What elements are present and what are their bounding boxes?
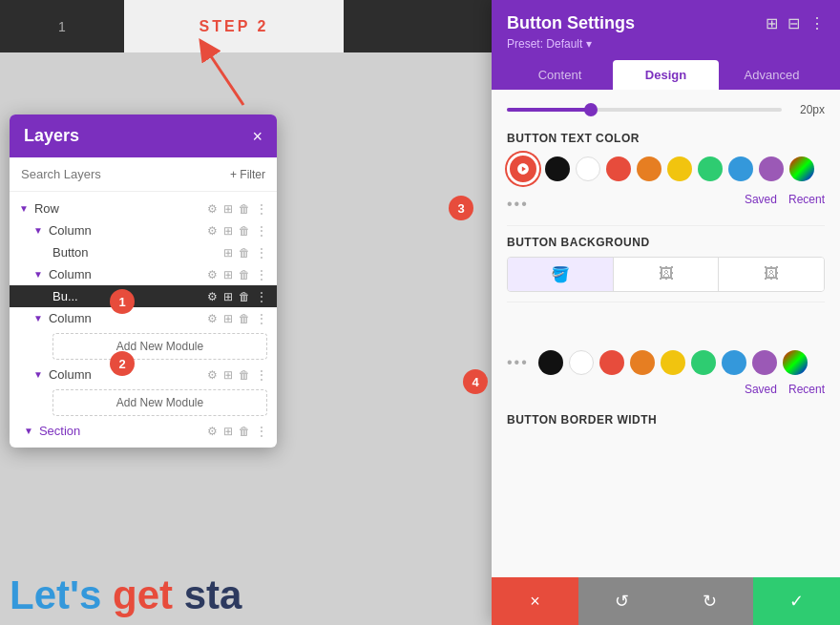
recent-label[interactable]: Recent <box>788 193 825 206</box>
settings-footer: × ↺ ↻ ✓ <box>492 577 840 625</box>
color-swatch-green-2[interactable] <box>691 350 716 375</box>
color-swatch-blue-2[interactable] <box>722 350 746 375</box>
add-new-module-button-2[interactable]: Add New Module <box>52 389 267 416</box>
layers-search-input[interactable] <box>21 167 222 181</box>
gear-icon[interactable]: ⚙ <box>207 202 218 216</box>
delete-icon[interactable]: 🗑 <box>239 268 250 281</box>
slider-track[interactable] <box>507 108 782 112</box>
image-icon: 🖼 <box>764 265 779 281</box>
layers-search-bar: + Filter <box>10 157 277 192</box>
bg-tab-gradient[interactable]: 🖼 <box>614 258 720 291</box>
gear-icon[interactable]: ⚙ <box>207 268 218 281</box>
settings-title-row: Button Settings ⊞ ⊟ ⋮ <box>507 13 825 33</box>
layers-panel: Layers × + Filter ▼ Row ⚙ ⊞ 🗑 ⋮ ▼ Column… <box>10 115 277 448</box>
color-swatch-orange[interactable] <box>637 156 662 181</box>
more-icon[interactable]: ⋮ <box>256 268 267 281</box>
reset-button[interactable]: ↺ <box>578 577 665 625</box>
expand-icon[interactable]: ⊞ <box>766 14 778 32</box>
layer-action-icons: ⚙ ⊞ 🗑 ⋮ <box>207 202 267 216</box>
redo-button[interactable]: ↻ <box>666 577 753 625</box>
delete-icon[interactable]: 🗑 <box>239 202 250 216</box>
more-icon[interactable]: ⋮ <box>256 246 267 260</box>
more-icon[interactable]: ⋮ <box>256 312 267 325</box>
filter-button[interactable]: + Filter <box>230 168 265 181</box>
color-swatch-green[interactable] <box>698 156 723 181</box>
bg-tab-image[interactable]: 🖼 <box>719 258 824 291</box>
tab-advanced[interactable]: Advanced <box>719 60 825 90</box>
more-icon[interactable]: ⋮ <box>256 368 267 382</box>
color-swatch-purple[interactable] <box>759 156 784 181</box>
gear-icon[interactable]: ⚙ <box>207 425 218 438</box>
add-new-module-button-1[interactable]: Add New Module <box>52 333 267 360</box>
layer-row-column2[interactable]: ▼ Column ⚙ ⊞ 🗑 ⋮ <box>10 263 277 285</box>
delete-icon[interactable]: 🗑 <box>239 425 250 438</box>
recent-label-2[interactable]: Recent <box>788 383 825 396</box>
layer-row-section[interactable]: ▼ Section ⚙ ⊞ 🗑 ⋮ <box>10 420 277 442</box>
layer-row-row[interactable]: ▼ Row ⚙ ⊞ 🗑 ⋮ <box>10 198 277 219</box>
delete-icon[interactable]: 🗑 <box>239 246 250 260</box>
color-swatch-purple-2[interactable] <box>752 350 777 375</box>
save-button[interactable]: ✓ <box>753 577 840 625</box>
color-swatch-blue[interactable] <box>728 156 753 181</box>
copy-icon[interactable]: ⊞ <box>223 268 233 281</box>
more-options-icon[interactable]: ⋮ <box>809 14 825 32</box>
color-swatch-red-2[interactable] <box>599 350 624 375</box>
layer-row-column3[interactable]: ▼ Column ⚙ ⊞ 🗑 ⋮ <box>10 307 277 329</box>
cancel-button[interactable]: × <box>492 577 578 625</box>
color-swatch-black[interactable] <box>545 156 570 181</box>
lets-text: Let's <box>10 573 113 617</box>
color-picker-button[interactable] <box>507 153 539 185</box>
color-swatch-white-2[interactable] <box>569 350 594 375</box>
copy-icon[interactable]: ⊞ <box>223 246 233 260</box>
color-swatch-black-2[interactable] <box>538 350 563 375</box>
tab-content[interactable]: Content <box>507 60 613 90</box>
more-icon[interactable]: ⋮ <box>256 425 267 438</box>
copy-icon[interactable]: ⊞ <box>223 312 233 325</box>
saved-label-2[interactable]: Saved <box>745 383 777 396</box>
copy-icon[interactable]: ⊞ <box>223 368 233 382</box>
tab-design[interactable]: Design <box>613 60 719 90</box>
button-text-color-label: Button Text Color <box>507 132 825 145</box>
saved-recent-row: Saved Recent <box>745 193 825 206</box>
layers-close-button[interactable]: × <box>252 128 262 145</box>
layer-row-button1[interactable]: Button ⊞ 🗑 ⋮ <box>10 241 277 263</box>
step-badge-3: 3 <box>449 196 473 220</box>
copy-icon[interactable]: ⊞ <box>223 425 233 438</box>
layer-row-column4[interactable]: ▼ Column ⚙ ⊞ 🗑 ⋮ <box>10 364 277 385</box>
layer-row-column1[interactable]: ▼ Column ⚙ ⊞ 🗑 ⋮ <box>10 219 277 241</box>
bg-tab-color[interactable]: 🪣 <box>508 258 614 291</box>
gear-icon[interactable]: ⚙ <box>207 368 218 382</box>
color-swatch-yellow-2[interactable] <box>661 350 685 375</box>
color-fill-icon: 🪣 <box>551 266 570 282</box>
color-swatch-gradient-2[interactable] <box>783 350 808 375</box>
color-swatch-orange-2[interactable] <box>630 350 655 375</box>
more-icon[interactable]: ⋮ <box>256 290 267 303</box>
copy-icon[interactable]: ⊞ <box>223 224 233 238</box>
more-colors-button[interactable]: ••• <box>507 196 529 213</box>
more-icon[interactable]: ⋮ <box>256 202 267 216</box>
copy-icon[interactable]: ⊞ <box>223 290 233 303</box>
settings-header: Button Settings ⊞ ⊟ ⋮ Preset: Default ▾ … <box>492 0 840 90</box>
step1-tab[interactable]: 1 <box>0 0 124 52</box>
saved-label[interactable]: Saved <box>745 193 777 206</box>
columns-icon[interactable]: ⊟ <box>788 14 800 32</box>
delete-icon[interactable]: 🗑 <box>239 290 250 303</box>
layer-row-button2-active[interactable]: Bu... ⚙ ⊞ 🗑 ⋮ <box>10 285 277 307</box>
delete-icon[interactable]: 🗑 <box>239 368 250 382</box>
layer-name: Row <box>34 201 203 216</box>
more-colors-button-2[interactable]: ••• <box>507 354 529 371</box>
delete-icon[interactable]: 🗑 <box>239 224 250 238</box>
settings-preset[interactable]: Preset: Default ▾ <box>507 37 825 51</box>
color-swatch-white[interactable] <box>576 156 600 181</box>
settings-tabs: Content Design Advanced <box>507 60 825 90</box>
color-swatch-yellow[interactable] <box>667 156 692 181</box>
gear-icon[interactable]: ⚙ <box>207 224 218 238</box>
gear-icon[interactable]: ⚙ <box>207 290 218 303</box>
color-swatch-gradient[interactable] <box>789 156 814 181</box>
color-swatch-red[interactable] <box>606 156 631 181</box>
delete-icon[interactable]: 🗑 <box>239 312 250 325</box>
gear-icon[interactable]: ⚙ <box>207 312 218 325</box>
more-icon[interactable]: ⋮ <box>256 224 267 238</box>
slider-thumb[interactable] <box>584 103 598 116</box>
copy-icon[interactable]: ⊞ <box>223 202 233 216</box>
